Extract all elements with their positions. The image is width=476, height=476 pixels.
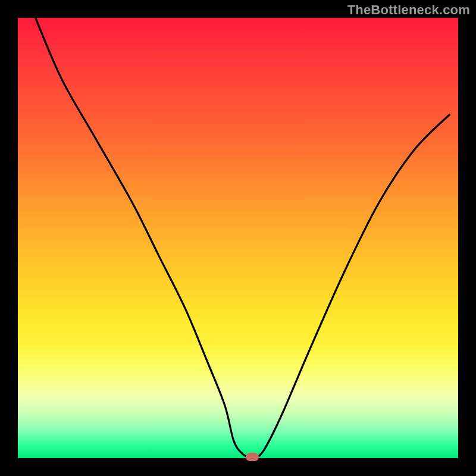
plot-area <box>18 18 458 458</box>
minimum-marker <box>246 453 259 461</box>
chart-frame: TheBottleneck.com <box>0 0 476 476</box>
attribution-text: TheBottleneck.com <box>347 2 470 18</box>
bottleneck-curve <box>18 18 458 458</box>
